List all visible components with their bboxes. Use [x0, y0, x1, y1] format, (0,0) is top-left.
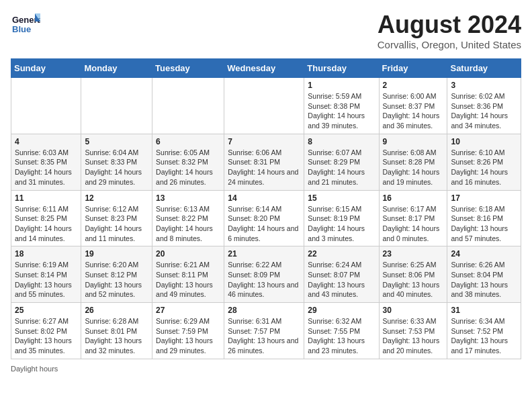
sunrise-text: Sunrise: 6:00 AM: [383, 92, 437, 100]
sunrise-text: Sunrise: 6:29 AM: [156, 317, 210, 325]
cell-week1-day5: 2 Sunrise: 6:00 AM Sunset: 8:37 PM Dayli…: [379, 78, 447, 134]
sunset-text: Sunset: 8:16 PM: [451, 214, 503, 222]
sunset-text: Sunset: 8:38 PM: [308, 102, 360, 110]
day-number: 29: [308, 306, 375, 315]
cell-week3-day6: 17 Sunrise: 6:18 AM Sunset: 8:16 PM Dayl…: [447, 190, 521, 246]
cell-week1-day3: [224, 78, 304, 134]
day-number: 1: [308, 81, 375, 90]
cell-week5-day0: 25 Sunrise: 6:27 AM Sunset: 8:02 PM Dayl…: [11, 303, 81, 359]
weekday-monday: Monday: [81, 59, 152, 78]
sunrise-text: Sunrise: 6:19 AM: [15, 261, 69, 269]
sunrise-text: Sunrise: 6:22 AM: [228, 261, 281, 269]
sunrise-text: Sunrise: 6:21 AM: [156, 261, 210, 269]
sunset-text: Sunset: 8:14 PM: [15, 271, 67, 279]
page-title: August 2024: [378, 11, 521, 39]
sunset-text: Sunset: 8:36 PM: [451, 102, 503, 110]
day-number: 28: [228, 306, 300, 315]
cell-week2-day1: 5 Sunrise: 6:04 AM Sunset: 8:33 PM Dayli…: [81, 134, 152, 190]
sunset-text: Sunset: 8:22 PM: [156, 214, 208, 222]
cell-week3-day1: 12 Sunrise: 6:12 AM Sunset: 8:23 PM Dayl…: [81, 190, 152, 246]
daylight-text: Daylight: 13 hours and 32 minutes.: [85, 336, 142, 355]
day-number: 31: [451, 306, 517, 315]
cell-week4-day4: 22 Sunrise: 6:24 AM Sunset: 8:07 PM Dayl…: [304, 246, 379, 303]
daylight-text: Daylight: 13 hours and 55 minutes.: [15, 281, 72, 299]
day-number: 5: [85, 137, 148, 146]
sunrise-text: Sunrise: 6:31 AM: [228, 317, 281, 325]
day-number: 13: [156, 193, 220, 203]
sunset-text: Sunset: 8:20 PM: [228, 214, 280, 222]
day-number: 26: [85, 306, 148, 315]
cell-week2-day6: 10 Sunrise: 6:10 AM Sunset: 8:26 PM Dayl…: [447, 134, 521, 190]
day-number: 22: [308, 249, 375, 259]
cell-week2-day0: 4 Sunrise: 6:03 AM Sunset: 8:35 PM Dayli…: [11, 134, 81, 190]
sunrise-text: Sunrise: 6:02 AM: [451, 92, 504, 100]
sunrise-text: Sunrise: 6:28 AM: [85, 317, 138, 325]
daylight-text: Daylight: 14 hours and 29 minutes.: [85, 168, 142, 186]
sunrise-text: Sunrise: 6:03 AM: [15, 148, 69, 156]
daylight-text: Daylight: 14 hours and 26 minutes.: [156, 168, 213, 186]
sunset-text: Sunset: 8:25 PM: [15, 214, 67, 222]
sunrise-text: Sunrise: 6:10 AM: [451, 148, 504, 156]
daylight-text: Daylight: 14 hours and 34 minutes.: [451, 111, 508, 130]
daylight-text: Daylight: 14 hours and 39 minutes.: [308, 111, 365, 130]
sunset-text: Sunset: 8:23 PM: [85, 214, 137, 222]
daylight-text: Daylight: 14 hours and 0 minutes.: [383, 224, 440, 242]
day-number: 25: [15, 306, 77, 315]
day-number: 19: [85, 249, 148, 259]
day-number: 18: [15, 249, 77, 259]
day-number: 4: [15, 137, 77, 146]
daylight-text: Daylight: 13 hours and 20 minutes.: [383, 336, 440, 355]
weekday-header-row: SundayMondayTuesdayWednesdayThursdayFrid…: [11, 59, 521, 78]
sunrise-text: Sunrise: 6:18 AM: [451, 205, 504, 213]
week-row-4: 18 Sunrise: 6:19 AM Sunset: 8:14 PM Dayl…: [11, 246, 521, 303]
week-row-1: 1 Sunrise: 5:59 AM Sunset: 8:38 PM Dayli…: [11, 78, 521, 134]
sunrise-text: Sunrise: 6:20 AM: [85, 261, 138, 269]
daylight-text: Daylight: 13 hours and 52 minutes.: [85, 281, 142, 299]
sunset-text: Sunset: 8:19 PM: [308, 214, 360, 222]
cell-week2-day2: 6 Sunrise: 6:05 AM Sunset: 8:32 PM Dayli…: [152, 134, 224, 190]
daylight-text: Daylight: 13 hours and 17 minutes.: [451, 336, 508, 355]
sunset-text: Sunset: 7:55 PM: [308, 327, 360, 335]
sunrise-text: Sunrise: 6:24 AM: [308, 261, 361, 269]
day-number: 27: [156, 306, 220, 315]
daylight-text: Daylight: 13 hours and 43 minutes.: [308, 281, 365, 299]
daylight-text: Daylight: 13 hours and 23 minutes.: [308, 336, 365, 355]
day-number: 21: [228, 249, 300, 259]
daylight-text: Daylight: 13 hours and 57 minutes.: [451, 224, 508, 242]
logo: General Blue: [11, 11, 40, 40]
daylight-text: Daylight: 14 hours and 36 minutes.: [383, 111, 440, 130]
day-number: 30: [383, 306, 444, 315]
daylight-text: Daylight: 13 hours and 49 minutes.: [156, 281, 213, 299]
weekday-saturday: Saturday: [447, 59, 521, 78]
week-row-5: 25 Sunrise: 6:27 AM Sunset: 8:02 PM Dayl…: [11, 303, 521, 359]
weekday-sunday: Sunday: [11, 59, 81, 78]
daylight-text: Daylight: 13 hours and 38 minutes.: [451, 281, 508, 299]
svg-text:Blue: Blue: [12, 24, 31, 34]
day-number: 24: [451, 249, 517, 259]
day-number: 17: [451, 193, 517, 203]
sunrise-text: Sunrise: 6:34 AM: [451, 317, 504, 325]
footer: Daylight hours: [11, 365, 521, 373]
cell-week5-day4: 29 Sunrise: 6:32 AM Sunset: 7:55 PM Dayl…: [304, 303, 379, 359]
sunrise-text: Sunrise: 6:14 AM: [228, 205, 281, 213]
sunrise-text: Sunrise: 6:15 AM: [308, 205, 361, 213]
sunset-text: Sunset: 8:07 PM: [308, 271, 360, 279]
daylight-text: Daylight: 14 hours and 31 minutes.: [15, 168, 72, 186]
cell-week2-day5: 9 Sunrise: 6:08 AM Sunset: 8:28 PM Dayli…: [379, 134, 447, 190]
cell-week1-day4: 1 Sunrise: 5:59 AM Sunset: 8:38 PM Dayli…: [304, 78, 379, 134]
daylight-text: Daylight: 13 hours and 46 minutes.: [228, 281, 298, 299]
cell-week4-day0: 18 Sunrise: 6:19 AM Sunset: 8:14 PM Dayl…: [11, 246, 81, 303]
cell-week5-day2: 27 Sunrise: 6:29 AM Sunset: 7:59 PM Dayl…: [152, 303, 224, 359]
sunset-text: Sunset: 8:12 PM: [85, 271, 137, 279]
daylight-text: Daylight: 14 hours and 8 minutes.: [156, 224, 213, 242]
sunrise-text: Sunrise: 6:11 AM: [15, 205, 69, 213]
cell-week4-day6: 24 Sunrise: 6:26 AM Sunset: 8:04 PM Dayl…: [447, 246, 521, 303]
cell-week1-day0: [11, 78, 81, 134]
daylight-label: Daylight hours: [11, 365, 58, 373]
daylight-text: Daylight: 14 hours and 14 minutes.: [15, 224, 72, 242]
sunset-text: Sunset: 7:57 PM: [228, 327, 280, 335]
sunset-text: Sunset: 8:28 PM: [383, 158, 435, 166]
cell-week5-day6: 31 Sunrise: 6:34 AM Sunset: 7:52 PM Dayl…: [447, 303, 521, 359]
sunrise-text: Sunrise: 5:59 AM: [308, 92, 361, 100]
day-number: 3: [451, 81, 517, 90]
